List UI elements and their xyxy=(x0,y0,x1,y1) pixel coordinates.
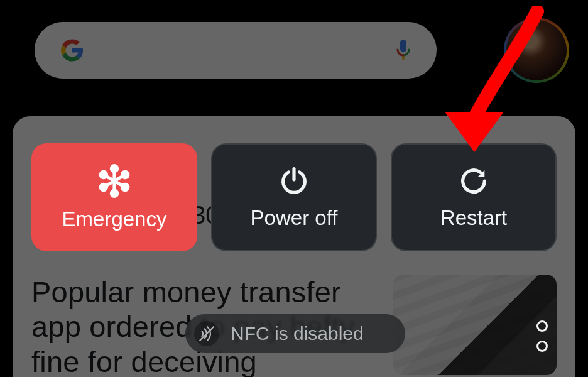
feed-thumbnail xyxy=(393,275,557,375)
emergency-label: Emergency xyxy=(62,207,167,231)
dot-icon xyxy=(536,341,548,352)
emergency-button[interactable]: Emergency xyxy=(31,143,197,251)
power-icon xyxy=(278,165,310,197)
avatar-image xyxy=(506,20,567,80)
more-options-button[interactable] xyxy=(535,320,549,352)
nfc-toast-text: NFC is disabled xyxy=(231,323,364,344)
svg-line-12 xyxy=(200,327,214,341)
restart-label: Restart xyxy=(440,206,507,230)
restart-icon xyxy=(457,165,490,197)
restart-button[interactable]: Restart xyxy=(391,143,557,251)
nfc-disabled-toast: NFC is disabled xyxy=(185,314,405,353)
account-avatar[interactable] xyxy=(504,18,569,83)
svg-rect-0 xyxy=(400,40,406,52)
power-off-label: Power off xyxy=(251,206,338,230)
nfc-off-icon xyxy=(194,321,219,346)
google-logo-icon xyxy=(60,38,85,63)
medical-asterisk-icon xyxy=(97,163,132,199)
dot-icon xyxy=(536,320,548,332)
mic-icon[interactable] xyxy=(395,39,411,62)
power-menu: Emergency Power off Restart xyxy=(31,143,557,251)
power-off-button[interactable]: Power off xyxy=(211,143,377,251)
google-search-bar[interactable] xyxy=(35,22,437,79)
